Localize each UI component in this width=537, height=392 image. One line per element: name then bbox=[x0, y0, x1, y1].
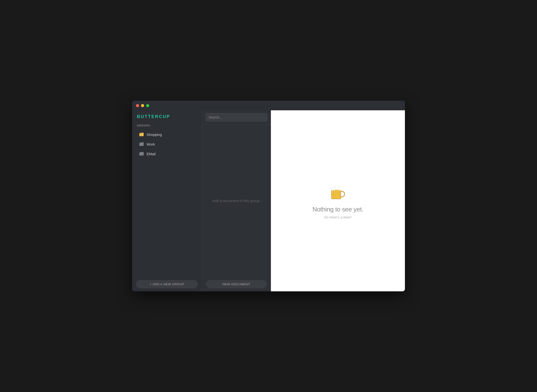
sidebar-item-work[interactable]: Work bbox=[134, 140, 200, 149]
content-area: Nothing to see yet. So here's a beer! bbox=[271, 110, 405, 291]
folder-icon-email bbox=[139, 152, 144, 156]
groups-list: Shopping Work EMail bbox=[132, 128, 202, 277]
svg-point-5 bbox=[340, 188, 342, 191]
group-name-work: Work bbox=[147, 142, 155, 146]
titlebar bbox=[132, 101, 405, 110]
folder-icon-shopping bbox=[139, 132, 144, 137]
new-document-button[interactable]: NEW DOCUMENT bbox=[206, 280, 267, 288]
documents-footer: NEW DOCUMENT bbox=[202, 277, 271, 291]
minimize-button[interactable] bbox=[141, 104, 144, 107]
sidebar-brand: BUTTERCUP bbox=[132, 110, 202, 122]
documents-panel: Add a document to this group. NEW DOCUME… bbox=[202, 110, 271, 291]
empty-state: Nothing to see yet. So here's a beer! bbox=[312, 182, 363, 219]
empty-state-subtitle: So here's a beer! bbox=[324, 215, 352, 219]
group-name-shopping: Shopping bbox=[147, 133, 162, 137]
sidebar: BUTTERCUP GROUPS: Shopping Work bbox=[132, 110, 202, 291]
group-name-email: EMail bbox=[147, 152, 156, 156]
brand-name: BUTTERCUP bbox=[137, 114, 170, 119]
search-bar bbox=[202, 110, 271, 125]
traffic-lights bbox=[136, 104, 149, 107]
close-button[interactable] bbox=[136, 104, 139, 107]
search-input[interactable] bbox=[205, 113, 267, 121]
add-group-button[interactable]: + ADD A NEW GROUP bbox=[136, 280, 198, 288]
sidebar-item-email[interactable]: EMail bbox=[134, 149, 200, 158]
documents-list: Add a document to this group. bbox=[202, 125, 271, 277]
groups-label: GROUPS: bbox=[132, 122, 202, 128]
folder-icon-work bbox=[139, 142, 144, 146]
empty-documents-text: Add a document to this group. bbox=[212, 198, 261, 204]
beer-icon bbox=[328, 182, 347, 202]
main-layout: BUTTERCUP GROUPS: Shopping Work bbox=[132, 110, 405, 291]
beer-mug-icon bbox=[328, 182, 347, 202]
sidebar-item-shopping[interactable]: Shopping bbox=[134, 130, 200, 139]
app-window: BUTTERCUP GROUPS: Shopping Work bbox=[132, 101, 405, 291]
sidebar-footer: + ADD A NEW GROUP bbox=[132, 277, 202, 291]
maximize-button[interactable] bbox=[146, 104, 149, 107]
empty-state-title: Nothing to see yet. bbox=[312, 206, 363, 213]
